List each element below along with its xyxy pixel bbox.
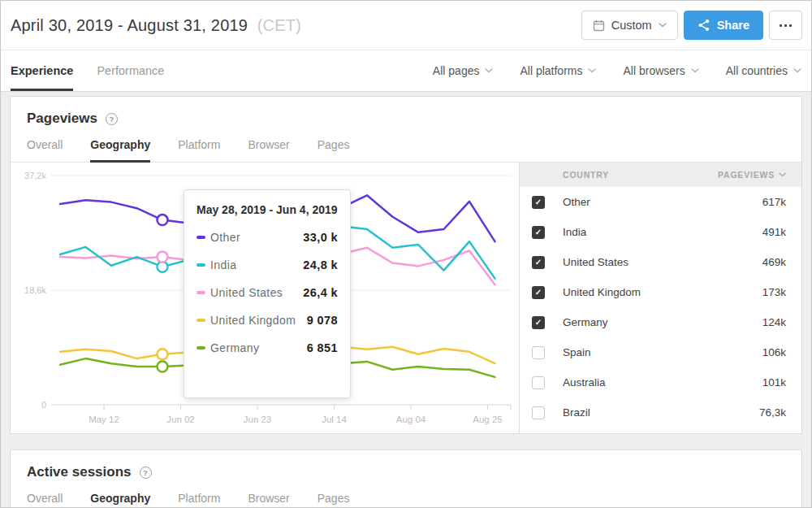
filter-all-pages[interactable]: All pages	[433, 64, 494, 77]
table-row[interactable]: Spain106k	[520, 337, 801, 367]
pageviews-value: 173k	[762, 286, 786, 298]
checkbox-checked[interactable]: ✓	[532, 286, 545, 299]
subtab-overall[interactable]: Overall	[27, 138, 63, 163]
country-label: India	[563, 226, 762, 238]
chevron-down-icon	[588, 68, 596, 73]
sort-descending-icon	[779, 172, 786, 177]
subtab-platform[interactable]: Platform	[178, 138, 220, 163]
table-header: COUNTRY PAGEVIEWS	[520, 163, 801, 187]
column-pageviews[interactable]: PAGEVIEWS	[718, 170, 786, 180]
legend-swatch	[197, 319, 205, 322]
tooltip-row: United Kingdom9 078	[197, 314, 338, 327]
tooltip-series-value: 26,4 k	[303, 286, 338, 299]
checkbox-checked[interactable]: ✓	[532, 256, 545, 269]
content-area: Pageviews ? OverallGeographyPlatformBrow…	[1, 92, 811, 508]
subtab-geography[interactable]: Geography	[90, 492, 150, 508]
pageviews-card: Pageviews ? OverallGeographyPlatformBrow…	[10, 96, 802, 434]
topbar-actions: Custom Share	[581, 11, 802, 40]
filter-label: All pages	[433, 64, 480, 77]
table-row[interactable]: ✓United Kingdom173k	[520, 277, 801, 307]
main-tabs: ExperiencePerformance	[11, 50, 188, 91]
subtab-browser[interactable]: Browser	[248, 492, 289, 508]
chart-tooltip: May 28, 2019 - Jun 4, 2019 Other33,0 kIn…	[184, 189, 351, 398]
chevron-down-icon	[659, 23, 667, 28]
pageviews-value: 106k	[762, 346, 786, 358]
checkbox-checked[interactable]: ✓	[532, 316, 545, 329]
checkbox-checked[interactable]: ✓	[532, 196, 545, 209]
tooltip-series-label: Other	[210, 231, 303, 244]
share-label: Share	[717, 19, 749, 32]
pageviews-value: 469k	[762, 256, 786, 268]
pageviews-line-chart[interactable]: 018,6k37,2kMay 12Jun 02Jun 23Jul 14Aug 0…	[11, 163, 519, 433]
checkbox-unchecked[interactable]	[532, 376, 545, 389]
legend-swatch	[197, 263, 205, 267]
legend-swatch	[197, 236, 205, 239]
x-axis-label: Jun 23	[244, 415, 272, 424]
pageviews-value: 491k	[762, 226, 786, 238]
filter-label: All platforms	[520, 64, 582, 77]
subtab-pages[interactable]: Pages	[317, 138, 350, 163]
x-axis-label: Aug 25	[473, 415, 502, 424]
x-axis-label: Jun 02	[166, 415, 195, 424]
top-bar: April 30, 2019 - August 31, 2019 (CET) C…	[1, 1, 811, 50]
table-row[interactable]: ✓Germany124k	[520, 307, 801, 337]
tooltip-series-value: 33,0 k	[303, 231, 338, 244]
tooltip-series-value: 24,8 k	[303, 258, 338, 271]
subtab-browser[interactable]: Browser	[248, 138, 289, 163]
x-axis-label: Aug 04	[396, 415, 426, 424]
legend-swatch	[197, 346, 205, 350]
tooltip-row: United States26,4 k	[197, 286, 338, 299]
subtab-pages[interactable]: Pages	[317, 492, 350, 508]
y-axis-label: 18,6k	[24, 285, 46, 295]
subtab-geography[interactable]: Geography	[90, 138, 150, 163]
tooltip-series-label: United Kingdom	[210, 314, 307, 327]
active-sessions-card: Active sessions ? OverallGeographyPlatfo…	[10, 449, 802, 508]
country-label: Germany	[563, 316, 762, 328]
help-icon[interactable]: ?	[106, 113, 118, 125]
filter-label: All browsers	[623, 64, 685, 77]
checkbox-unchecked[interactable]	[532, 406, 545, 419]
calendar-icon	[593, 20, 605, 32]
table-row[interactable]: ✓United States469k	[520, 247, 801, 277]
country-label: United States	[563, 256, 762, 268]
chevron-down-icon	[485, 68, 493, 73]
tab-performance[interactable]: Performance	[97, 50, 164, 91]
ellipsis-icon	[780, 24, 792, 27]
table-row[interactable]: Australia101k	[520, 367, 801, 397]
pageviews-value: 101k	[762, 376, 786, 389]
active-sessions-subtabs: OverallGeographyPlatformBrowserPages	[11, 492, 801, 508]
filter-all-platforms[interactable]: All platforms	[520, 64, 596, 77]
y-axis-label: 37,2k	[24, 171, 46, 180]
tooltip-series-value: 6 851	[307, 341, 338, 354]
country-label: Other	[563, 196, 762, 208]
hover-marker-united-kingdom	[158, 349, 168, 359]
subtab-overall[interactable]: Overall	[27, 492, 63, 508]
tooltip-row: Other33,0 k	[197, 231, 338, 244]
tooltip-row: India24,8 k	[197, 258, 338, 271]
y-axis-label: 0	[41, 400, 46, 410]
pageviews-value: 617k	[762, 196, 786, 208]
table-row[interactable]: ✓India491k	[520, 217, 801, 247]
tooltip-series-value: 9 078	[307, 314, 338, 327]
checkbox-checked[interactable]: ✓	[532, 226, 545, 239]
share-button[interactable]: Share	[684, 11, 763, 40]
subtab-platform[interactable]: Platform	[178, 492, 220, 508]
filter-all-browsers[interactable]: All browsers	[623, 64, 698, 77]
tab-experience[interactable]: Experience	[11, 50, 73, 91]
country-label: Brazil	[563, 406, 759, 419]
pageviews-value: 76,3k	[759, 406, 786, 419]
filter-all-countries[interactable]: All countries	[726, 64, 801, 77]
column-country[interactable]: COUNTRY	[563, 170, 718, 180]
table-row[interactable]: ✓Other617k	[520, 187, 801, 217]
more-options-button[interactable]	[769, 11, 802, 40]
help-icon[interactable]: ?	[140, 467, 152, 479]
table-row[interactable]: Brazil76,3k	[520, 397, 801, 428]
custom-date-label: Custom	[611, 19, 652, 32]
tooltip-row: Germany6 851	[197, 341, 338, 354]
legend-swatch	[197, 291, 205, 294]
chevron-down-icon	[793, 68, 801, 73]
timezone-text: (CET)	[257, 16, 301, 34]
chevron-down-icon	[691, 68, 699, 73]
custom-date-button[interactable]: Custom	[581, 11, 678, 40]
checkbox-unchecked[interactable]	[532, 346, 545, 359]
